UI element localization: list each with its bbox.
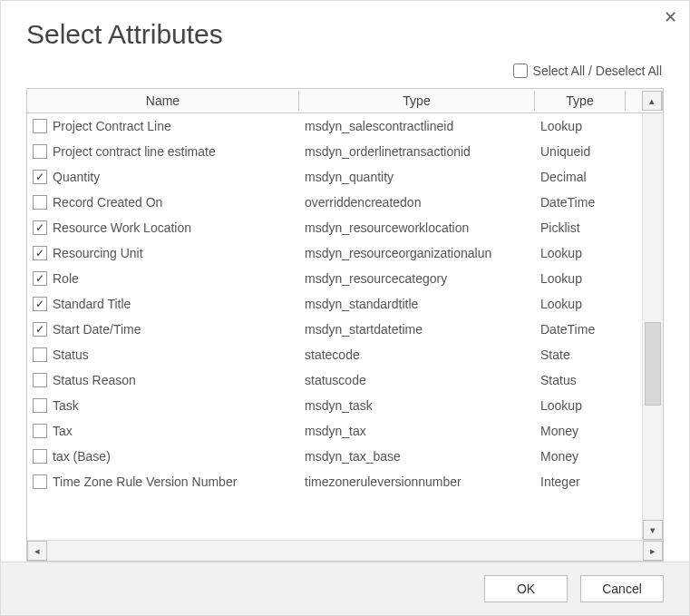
- cell-data-type: Money: [535, 449, 626, 464]
- cell-name: ✓Role: [27, 271, 299, 286]
- table-row[interactable]: Project contract line estimatemsdyn_orde…: [27, 139, 642, 164]
- table-row[interactable]: Time Zone Rule Version Numbertimezonerul…: [27, 469, 642, 494]
- cell-data-type: State: [535, 347, 626, 362]
- row-checkbox[interactable]: [33, 424, 47, 438]
- row-name-label: Time Zone Rule Version Number: [53, 474, 237, 489]
- col-header-scroll: ▴: [626, 91, 663, 111]
- grid-body: Project Contract Linemsdyn_salescontract…: [27, 113, 663, 540]
- scroll-right-icon[interactable]: ▸: [643, 541, 663, 561]
- cell-schema-name: msdyn_standardtitle: [299, 297, 535, 311]
- cell-schema-name: msdyn_resourcecategory: [299, 271, 535, 286]
- cell-name: Record Created On: [27, 195, 299, 210]
- table-row[interactable]: ✓Resourcing Unitmsdyn_resourceorganizati…: [27, 240, 642, 266]
- dialog-title: Select Attributes: [1, 1, 689, 55]
- cell-name: ✓Standard Title: [27, 297, 299, 311]
- cell-name: tax (Base): [27, 449, 299, 464]
- row-checkbox[interactable]: ✓: [33, 246, 47, 260]
- cell-data-type: DateTime: [535, 322, 626, 337]
- cell-schema-name: msdyn_startdatetime: [299, 322, 535, 337]
- cell-data-type: Money: [535, 424, 626, 438]
- cell-name: Tax: [27, 424, 299, 438]
- cell-name: ✓Resourcing Unit: [27, 246, 299, 260]
- row-name-label: Start Date/Time: [53, 322, 141, 337]
- cell-schema-name: msdyn_resourceorganizationalun: [299, 246, 535, 260]
- ok-button[interactable]: OK: [484, 575, 568, 602]
- row-name-label: Quantity: [53, 170, 100, 184]
- col-header-type1[interactable]: Type: [299, 91, 535, 111]
- grid-rows: Project Contract Linemsdyn_salescontract…: [27, 113, 642, 540]
- row-name-label: Status: [53, 347, 89, 362]
- horizontal-scrollbar[interactable]: ◂ ▸: [27, 540, 663, 561]
- scroll-up-icon[interactable]: ▴: [642, 91, 662, 111]
- cell-name: ✓Start Date/Time: [27, 322, 299, 337]
- table-row[interactable]: ✓Standard Titlemsdyn_standardtitleLookup: [27, 291, 642, 317]
- table-row[interactable]: ✓Quantitymsdyn_quantityDecimal: [27, 164, 642, 190]
- row-checkbox[interactable]: ✓: [33, 322, 47, 337]
- cell-schema-name: statecode: [299, 347, 535, 362]
- table-row[interactable]: Record Created OnoverriddencreatedonDate…: [27, 190, 642, 215]
- table-row[interactable]: ✓Resource Work Locationmsdyn_resourcewor…: [27, 215, 642, 240]
- table-row[interactable]: Project Contract Linemsdyn_salescontract…: [27, 113, 642, 139]
- cell-name: ✓Quantity: [27, 170, 299, 184]
- cell-data-type: Lookup: [535, 297, 626, 311]
- cell-data-type: Status: [535, 373, 626, 387]
- row-name-label: Project Contract Line: [53, 119, 171, 133]
- cell-name: Project Contract Line: [27, 119, 299, 133]
- attributes-grid: Name Type Type ▴ Project Contract Linems…: [26, 88, 664, 562]
- row-checkbox[interactable]: [33, 449, 47, 464]
- cell-data-type: Lookup: [535, 398, 626, 413]
- row-checkbox[interactable]: ✓: [33, 170, 47, 184]
- row-name-label: Task: [53, 398, 79, 413]
- select-all-checkbox[interactable]: [513, 64, 528, 78]
- cancel-button[interactable]: Cancel: [580, 575, 664, 602]
- col-header-type2[interactable]: Type: [535, 91, 626, 111]
- row-checkbox[interactable]: [33, 398, 47, 413]
- row-checkbox[interactable]: ✓: [33, 297, 47, 311]
- table-row[interactable]: ✓Start Date/Timemsdyn_startdatetimeDateT…: [27, 317, 642, 342]
- cell-schema-name: msdyn_orderlinetransactionid: [299, 144, 535, 159]
- dialog-footer: OK Cancel: [1, 562, 689, 615]
- cell-data-type: Lookup: [535, 119, 626, 133]
- cell-schema-name: msdyn_task: [299, 398, 535, 413]
- row-checkbox[interactable]: ✓: [33, 220, 47, 235]
- row-checkbox[interactable]: [33, 347, 47, 362]
- scroll-left-icon[interactable]: ◂: [27, 541, 47, 561]
- row-name-label: Status Reason: [53, 373, 136, 387]
- row-name-label: Resource Work Location: [53, 220, 191, 235]
- table-row[interactable]: Status ReasonstatuscodeStatus: [27, 367, 642, 393]
- row-name-label: tax (Base): [53, 449, 111, 464]
- row-checkbox[interactable]: [33, 195, 47, 210]
- table-row[interactable]: ✓Rolemsdyn_resourcecategoryLookup: [27, 266, 642, 291]
- cell-data-type: Lookup: [535, 246, 626, 260]
- cell-data-type: Integer: [535, 474, 626, 489]
- table-row[interactable]: Taxmsdyn_taxMoney: [27, 418, 642, 444]
- table-row[interactable]: StatusstatecodeState: [27, 342, 642, 367]
- cell-data-type: DateTime: [535, 195, 626, 210]
- row-name-label: Record Created On: [53, 195, 162, 210]
- close-icon[interactable]: ✕: [664, 7, 677, 27]
- row-checkbox[interactable]: [33, 474, 47, 489]
- row-name-label: Project contract line estimate: [53, 144, 216, 159]
- row-checkbox[interactable]: [33, 144, 47, 159]
- cell-name: Time Zone Rule Version Number: [27, 474, 299, 489]
- row-name-label: Resourcing Unit: [53, 246, 143, 260]
- cell-name: ✓Resource Work Location: [27, 220, 299, 235]
- col-header-name[interactable]: Name: [27, 91, 299, 111]
- select-attributes-dialog: ✕ Select Attributes Select All / Deselec…: [0, 0, 690, 616]
- select-all-label: Select All / Deselect All: [533, 64, 662, 78]
- row-checkbox[interactable]: ✓: [33, 271, 47, 286]
- cell-schema-name: msdyn_tax: [299, 424, 535, 438]
- cell-schema-name: msdyn_salescontractlineid: [299, 119, 535, 133]
- hscroll-track[interactable]: [47, 541, 643, 561]
- scroll-down-icon[interactable]: ▾: [643, 520, 663, 540]
- cell-schema-name: msdyn_tax_base: [299, 449, 535, 464]
- cell-schema-name: msdyn_resourceworklocation: [299, 220, 535, 235]
- scrollbar-thumb[interactable]: [645, 322, 661, 406]
- row-name-label: Standard Title: [53, 297, 131, 311]
- table-row[interactable]: tax (Base)msdyn_tax_baseMoney: [27, 444, 642, 469]
- table-row[interactable]: Taskmsdyn_taskLookup: [27, 393, 642, 418]
- vertical-scrollbar[interactable]: ▾: [642, 113, 663, 540]
- select-all-toolbar: Select All / Deselect All: [1, 55, 689, 88]
- row-checkbox[interactable]: [33, 119, 47, 133]
- row-checkbox[interactable]: [33, 373, 47, 387]
